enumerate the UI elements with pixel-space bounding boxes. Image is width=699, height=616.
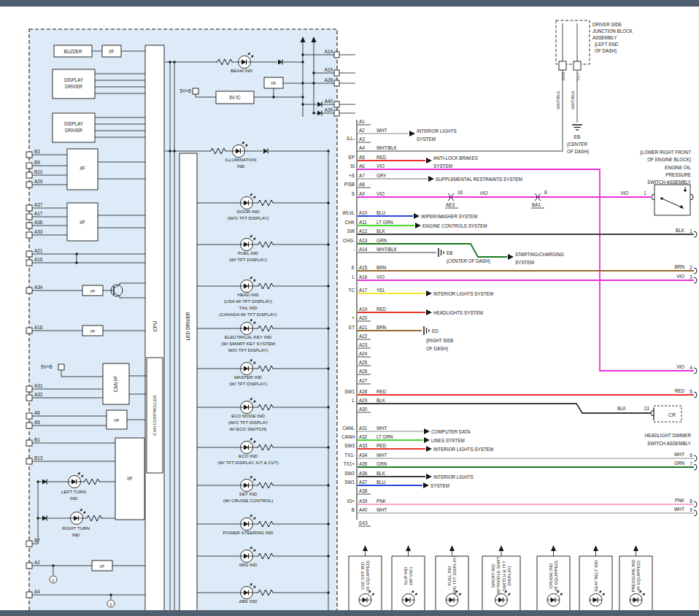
- ground-label: EB: [574, 134, 580, 139]
- pin-label-A14: A14: [359, 247, 368, 252]
- system-label: SYSTEM: [515, 260, 534, 265]
- signal-A16: L: [352, 274, 355, 280]
- illumination-ind-label: IND: [237, 163, 245, 169]
- wire-color-A28: RED: [376, 389, 387, 394]
- left-pin-A36: A36: [34, 220, 43, 225]
- pin-label-A10: A10: [359, 210, 368, 215]
- signal-A9: S: [352, 191, 355, 196]
- wire-color-A6: VIO: [376, 163, 385, 169]
- wire-color-mid: VIO: [621, 190, 629, 196]
- junction-dot: [327, 201, 329, 204]
- ground-label: OF DASH): [567, 149, 589, 155]
- window-bottom-bar: [0, 610, 699, 616]
- right-pin-color-8: PNK: [675, 498, 685, 503]
- wiring-diagram-page: BUZZERI/FDISPLAYDRIVERDISPLAYDRIVERCPUCA…: [0, 0, 699, 616]
- pin-label-A33: A33: [359, 443, 368, 448]
- right-pin-num-9: 9: [690, 507, 692, 512]
- pin-connector: [334, 110, 339, 116]
- display-driver-label: DISPLAY: [64, 121, 84, 126]
- shape: [593, 545, 598, 551]
- led-driver-box: [179, 153, 197, 616]
- signal-A37: SW1: [344, 480, 355, 485]
- pin-label-A11: A11: [359, 220, 367, 225]
- signal-A36: SW2: [344, 471, 355, 476]
- pin-connector: [26, 205, 32, 211]
- signal-A21: ET: [349, 325, 355, 330]
- indicator-label: MASTER IND: [234, 374, 263, 380]
- right-pin-color-1: BLK: [676, 228, 685, 233]
- connector-d17-label: D17: [576, 72, 580, 80]
- pin-connector: [26, 423, 32, 428]
- indicator-label: W/ ECO SWITCH): [230, 426, 267, 431]
- system-label: SUPPLEMENTAL RESTRAINTS SYSTEM: [436, 177, 522, 182]
- shape: [414, 213, 420, 219]
- cpu-label: CPU: [152, 321, 158, 332]
- bottom-indicator-label: (IF EQUIPPED): [636, 561, 641, 591]
- pin-connector: [334, 70, 339, 76]
- left-pin-A29: A29: [34, 179, 43, 184]
- indicator-label: W/O TFT DISPLAY): [228, 347, 269, 353]
- shape: [508, 254, 514, 260]
- indicator-label: (W/ SMART KEY SYSTEM: [221, 341, 275, 346]
- right-turn-ind-label: RIGHT TURN: [62, 525, 90, 531]
- shape: [499, 545, 504, 551]
- pin-label-A9: A9: [359, 191, 365, 196]
- shape: [694, 510, 697, 516]
- pin-connector: [26, 440, 32, 446]
- indicator-label: (W/ TFT DISPLAY, A/T & CVT): [217, 460, 279, 465]
- indicator-label: (CANADA W/ TFT DISPLAY): [219, 312, 277, 317]
- bottom-indicator-label: SPORT IND: [491, 563, 495, 588]
- beam-ind-label: BEAM IND: [231, 68, 252, 73]
- pin-label-A38: A38: [359, 488, 368, 493]
- buzzer-label: BUZZER: [63, 49, 82, 54]
- junction-dot: [327, 555, 329, 557]
- wire-color-A31: WHT: [376, 426, 387, 431]
- indicator-label: (W/O TFT DISPLAY): [228, 215, 269, 220]
- pin-label-A28: A28: [359, 389, 368, 394]
- 5v-b-label: 5V+B: [41, 364, 53, 369]
- power-tap: [193, 88, 198, 94]
- shape: [651, 410, 654, 416]
- pin-connector: [26, 458, 32, 464]
- signal-A10: WLVL: [342, 210, 355, 215]
- junction-dot: [36, 517, 39, 519]
- indicator-label: (W/ TFT DISPLAY): [229, 381, 267, 386]
- wire-A29: [358, 404, 651, 413]
- ground-label: OF DASH): [426, 346, 448, 352]
- system-label: INTERIOR LIGHTS SYSTEM: [433, 447, 493, 452]
- indicator-label: TAIL IND: [239, 305, 258, 310]
- power-tap: [58, 364, 64, 370]
- connector-id: E43: [359, 520, 368, 525]
- pin-label-A20: A20: [359, 315, 368, 320]
- junction-dot: [327, 484, 329, 486]
- left-pin-A31: A31: [34, 383, 43, 388]
- system-label: SYSTEM: [430, 483, 449, 488]
- signal-A11: CHK: [345, 220, 355, 225]
- pin-connector: [26, 172, 32, 178]
- indicator-label: SET IND: [239, 491, 258, 496]
- pin-label-A3: A3: [359, 136, 365, 142]
- pin-connector: [26, 413, 32, 419]
- bottom-indicator-label: (W/ PADDLE SHIFT: [496, 556, 501, 596]
- shape: [694, 392, 697, 398]
- pin-label-A32: A32: [359, 434, 368, 439]
- shape: [694, 268, 697, 274]
- system-label: INTERIOR LIGHTS SYSTEM: [433, 291, 493, 296]
- wire-color-A19: RED: [376, 307, 387, 312]
- oil-switch-name: PRESSURE: [665, 172, 691, 177]
- ground-label: (CENTER OF DASH): [447, 258, 490, 264]
- 5v-ic-label: 5V IC: [229, 95, 241, 100]
- right-pin-num-7: 7: [690, 461, 692, 466]
- shape: [363, 545, 368, 551]
- wire-color-A12: BLK: [376, 228, 386, 234]
- pin-label-A4: A4: [359, 145, 365, 150]
- pin-label-A12: A12: [359, 228, 368, 234]
- instrument-cluster-wiring-diagram: BUZZERI/FDISPLAYDRIVERDISPLAYDRIVERCPUCA…: [0, 0, 699, 616]
- junction-block-title: OF DASH): [595, 48, 617, 54]
- signal-A28: SW1: [344, 389, 355, 394]
- indicator-label: ABS IND: [239, 598, 258, 604]
- pin-label-A34: A34: [359, 453, 368, 458]
- wire-color-A39: PNK: [376, 498, 387, 504]
- indicator-label: FUEL IND: [238, 250, 258, 255]
- junction-block-title: DRIVER SIDE: [592, 22, 622, 27]
